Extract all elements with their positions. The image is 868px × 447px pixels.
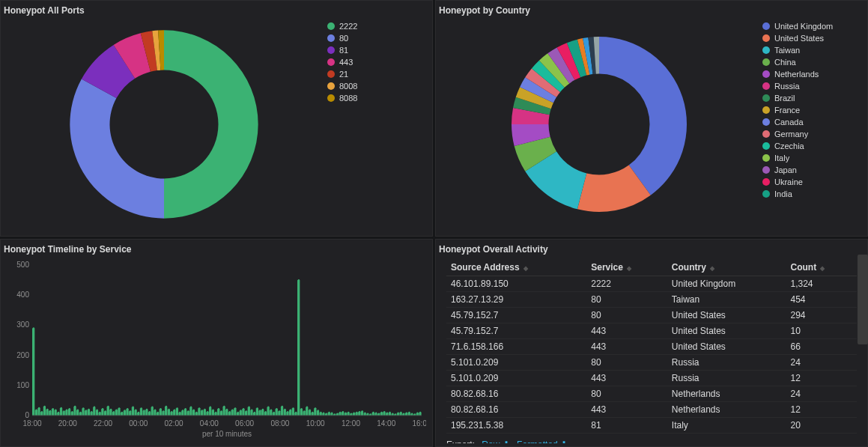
timeline-bar[interactable] [225, 410, 228, 416]
donut-slice[interactable] [599, 37, 687, 195]
legend-item[interactable]: United States [762, 32, 867, 44]
table-row[interactable]: 163.27.13.2980Taiwan454 [446, 292, 857, 308]
timeline-bar[interactable] [37, 408, 40, 416]
table-row[interactable]: 5.101.0.20980Russia24 [446, 355, 857, 371]
donut-slice[interactable] [70, 79, 164, 218]
timeline-bar[interactable] [281, 407, 283, 416]
legend-item[interactable]: India [762, 188, 867, 200]
legend-item[interactable]: 21 [327, 68, 432, 80]
legend-item[interactable]: 443 [327, 56, 432, 68]
timeline-bar[interactable] [46, 410, 48, 416]
timeline-bar[interactable] [145, 410, 148, 416]
table-row[interactable]: 80.82.68.16443Netherlands12 [446, 402, 857, 418]
timeline-bar[interactable] [314, 408, 316, 416]
table-row[interactable]: 45.79.152.780United States294 [446, 308, 857, 323]
timeline-bar[interactable] [184, 409, 186, 416]
export-formatted-link[interactable]: Formatted ⬇ [517, 440, 568, 443]
timeline-bar[interactable] [118, 408, 120, 416]
timeline-bar[interactable] [292, 408, 294, 416]
timeline-bar[interactable] [93, 407, 95, 416]
timeline-bar[interactable] [234, 408, 236, 416]
donut-slice[interactable] [164, 30, 258, 218]
timeline-bar[interactable] [189, 407, 192, 416]
timeline-bar[interactable] [32, 328, 34, 416]
country-donut-area[interactable] [436, 16, 762, 233]
column-header[interactable]: Country ◆ [667, 259, 786, 276]
svg-point-64 [210, 407, 211, 408]
country-donut-chart[interactable] [498, 23, 700, 225]
timeline-bar[interactable] [284, 410, 286, 416]
timeline-bar[interactable] [126, 409, 128, 416]
column-header[interactable]: Source Address ◆ [446, 259, 586, 276]
timeline-bar[interactable] [261, 410, 264, 416]
legend-item[interactable]: Russia [762, 80, 867, 92]
table-row[interactable]: 71.6.158.166443United States66 [446, 339, 857, 355]
legend-item[interactable]: Ukraine [762, 176, 867, 188]
timeline-bar[interactable] [165, 407, 167, 416]
ports-donut-area[interactable] [1, 16, 327, 233]
table-row[interactable]: 45.79.152.7443United States10 [446, 323, 857, 339]
table-row[interactable]: 5.101.0.209443Russia12 [446, 371, 857, 386]
timeline-bar[interactable] [248, 407, 250, 416]
x-tick-label: 12:00 [342, 419, 360, 428]
timeline-bar[interactable] [297, 280, 300, 416]
legend-item[interactable]: 2222 [327, 20, 432, 32]
legend-item[interactable]: Netherlands [762, 68, 867, 80]
timeline-bar[interactable] [43, 407, 46, 416]
timeline-bar[interactable] [209, 407, 211, 416]
table-row[interactable]: 195.231.5.3881Italy20 [446, 418, 857, 434]
timeline-bar[interactable] [88, 410, 90, 416]
timeline-bar[interactable] [52, 409, 54, 416]
export-raw-link[interactable]: Raw ⬇ [482, 440, 509, 443]
x-axis-label: per 10 minutes [202, 430, 252, 438]
timeline-bar[interactable] [300, 409, 303, 416]
legend-label: Japan [774, 165, 797, 174]
timeline-bar[interactable] [242, 409, 244, 416]
timeline-bar[interactable] [132, 407, 134, 416]
timeline-bar[interactable] [267, 407, 269, 416]
table-row[interactable]: 46.101.89.1502222United Kingdom1,324 [446, 276, 857, 292]
timeline-bar[interactable] [198, 408, 200, 416]
legend-item[interactable]: Taiwan [762, 44, 867, 56]
legend-item[interactable]: Germany [762, 128, 867, 140]
svg-point-115 [350, 413, 352, 414]
legend-item[interactable]: China [762, 56, 867, 68]
timeline-bar[interactable] [140, 408, 142, 416]
column-header[interactable]: Count ◆ [786, 259, 857, 276]
page-scrollbar[interactable] [858, 255, 868, 344]
timeline-chart[interactable]: 010020030040050018:0020:0022:0000:0002:0… [10, 261, 426, 444]
timeline-bar[interactable] [306, 407, 308, 416]
timeline-bar[interactable] [217, 409, 219, 416]
timeline-bar[interactable] [101, 409, 103, 416]
timeline-bar[interactable] [276, 409, 278, 416]
legend-item[interactable]: United Kingdom [762, 20, 867, 32]
timeline-bar[interactable] [151, 407, 154, 416]
timeline-bar[interactable] [176, 408, 178, 416]
timeline-bar[interactable] [222, 407, 225, 416]
legend-item[interactable]: 8088 [327, 92, 432, 104]
timeline-bar[interactable] [73, 407, 76, 416]
legend-item[interactable]: Brazil [762, 92, 867, 104]
timeline-bar[interactable] [60, 408, 62, 416]
legend-item[interactable]: Japan [762, 164, 867, 176]
table-row[interactable]: 80.82.68.1680Netherlands24 [446, 386, 857, 402]
timeline-bar[interactable] [82, 408, 84, 416]
timeline-bar[interactable] [204, 410, 206, 416]
svg-point-70 [226, 409, 228, 410]
timeline-bar[interactable] [168, 410, 170, 416]
column-header[interactable]: Service ◆ [586, 259, 667, 276]
legend-item[interactable]: Canada [762, 116, 867, 128]
legend-item[interactable]: Czechia [762, 140, 867, 152]
timeline-bar[interactable] [109, 410, 112, 416]
timeline-bar[interactable] [68, 409, 70, 416]
svg-point-49 [168, 409, 169, 410]
ports-donut-chart[interactable] [55, 16, 273, 233]
legend-item[interactable]: 80 [327, 32, 432, 44]
legend-item[interactable]: France [762, 104, 867, 116]
legend-item[interactable]: 81 [327, 44, 432, 56]
legend-item[interactable]: 8008 [327, 80, 432, 92]
timeline-bar[interactable] [107, 407, 109, 416]
timeline-bar[interactable] [256, 408, 258, 416]
timeline-bar[interactable] [160, 409, 162, 416]
legend-item[interactable]: Italy [762, 152, 867, 164]
